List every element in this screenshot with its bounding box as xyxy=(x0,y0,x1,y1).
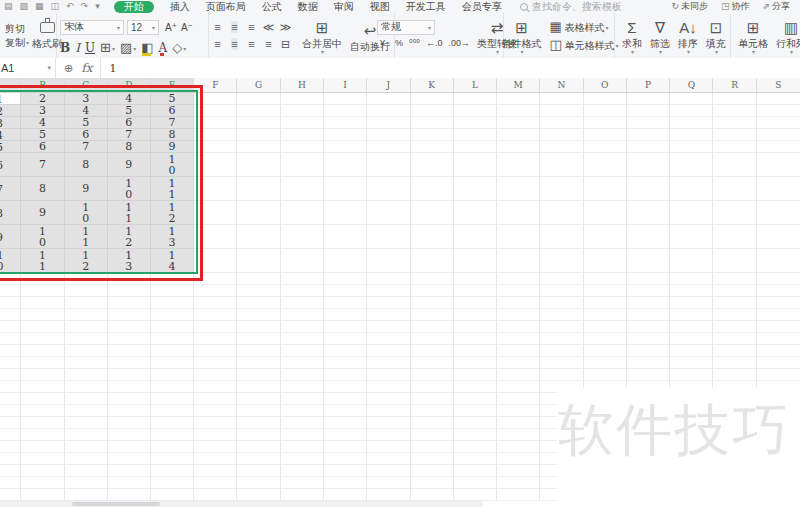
cell[interactable] xyxy=(0,405,21,417)
cell[interactable] xyxy=(584,117,627,129)
cell[interactable] xyxy=(65,405,108,417)
cell[interactable] xyxy=(281,429,324,441)
cell[interactable]: 8 xyxy=(108,141,151,153)
cell[interactable] xyxy=(194,429,237,441)
cell[interactable] xyxy=(670,105,713,117)
cell[interactable] xyxy=(497,117,540,129)
align-center-icon[interactable]: ≡ xyxy=(231,38,237,50)
cell[interactable] xyxy=(237,117,280,129)
cell[interactable] xyxy=(194,405,237,417)
cell[interactable] xyxy=(411,129,454,141)
name-box[interactable]: A1 ▾ xyxy=(0,58,56,78)
cell[interactable] xyxy=(670,153,713,177)
cell[interactable] xyxy=(627,369,670,381)
cell[interactable]: 6 xyxy=(0,153,21,177)
cell[interactable] xyxy=(411,465,454,477)
sync-status[interactable]: ↻未同步 xyxy=(671,0,708,13)
save-icon[interactable]: ▤ xyxy=(4,0,13,13)
cell[interactable] xyxy=(713,285,756,297)
cell[interactable] xyxy=(108,333,151,345)
currency-button[interactable]: ¥ xyxy=(377,38,392,48)
cell[interactable] xyxy=(411,285,454,297)
font-color-button[interactable]: A xyxy=(159,41,168,55)
cell[interactable] xyxy=(454,405,497,417)
cell[interactable]: 8 xyxy=(21,177,64,201)
cell[interactable] xyxy=(0,465,21,477)
cell[interactable] xyxy=(237,129,280,141)
cells-button[interactable]: ⊞ 单元格 xyxy=(734,16,772,55)
cell[interactable] xyxy=(151,321,194,333)
cell[interactable] xyxy=(237,393,280,405)
cell[interactable] xyxy=(713,345,756,357)
cell[interactable] xyxy=(454,117,497,129)
cell[interactable] xyxy=(0,285,21,297)
cell[interactable] xyxy=(21,429,64,441)
tab-data[interactable]: 数据 xyxy=(298,0,318,13)
cell[interactable] xyxy=(21,453,64,465)
cell[interactable] xyxy=(454,153,497,177)
cell[interactable] xyxy=(540,141,583,153)
cell[interactable] xyxy=(540,129,583,141)
grow-font-button[interactable]: A⁺ xyxy=(163,22,179,33)
cell[interactable] xyxy=(108,489,151,501)
cell[interactable] xyxy=(108,369,151,381)
cell[interactable] xyxy=(237,201,280,225)
increase-indent-icon[interactable]: ≫ xyxy=(280,21,292,34)
cell[interactable] xyxy=(0,309,21,321)
sort-button[interactable]: A↓ 排序 xyxy=(674,16,702,55)
cell[interactable] xyxy=(151,297,194,309)
cell[interactable] xyxy=(454,297,497,309)
cell[interactable] xyxy=(281,249,324,273)
bold-button[interactable]: B xyxy=(60,41,70,55)
cell[interactable] xyxy=(497,489,540,501)
cell[interactable]: 9 xyxy=(0,225,21,249)
cell[interactable] xyxy=(454,285,497,297)
align-distribute-icon[interactable]: ⊟ xyxy=(281,38,290,51)
cell[interactable] xyxy=(584,93,627,105)
cell[interactable] xyxy=(281,309,324,321)
cell[interactable] xyxy=(151,333,194,345)
cell[interactable] xyxy=(324,405,367,417)
cell[interactable] xyxy=(324,93,367,105)
cell[interactable] xyxy=(713,177,756,201)
cell[interactable] xyxy=(454,441,497,453)
cell[interactable] xyxy=(497,357,540,369)
cell[interactable] xyxy=(497,333,540,345)
cell[interactable] xyxy=(713,249,756,273)
cell[interactable] xyxy=(497,429,540,441)
font-size-select[interactable]: 12 xyxy=(127,20,159,35)
cell[interactable] xyxy=(584,225,627,249)
column-header[interactable]: E xyxy=(151,78,194,92)
cell[interactable] xyxy=(21,345,64,357)
cell[interactable] xyxy=(21,297,64,309)
cell[interactable] xyxy=(627,297,670,309)
cell[interactable] xyxy=(713,273,756,285)
cell[interactable] xyxy=(194,321,237,333)
cell[interactable] xyxy=(324,177,367,201)
cell[interactable] xyxy=(584,345,627,357)
cell[interactable] xyxy=(540,93,583,105)
cell[interactable] xyxy=(497,249,540,273)
cell[interactable] xyxy=(497,465,540,477)
cell[interactable] xyxy=(757,201,800,225)
cell[interactable] xyxy=(237,453,280,465)
cell[interactable] xyxy=(65,309,108,321)
cell[interactable] xyxy=(151,345,194,357)
cell[interactable] xyxy=(108,297,151,309)
column-header[interactable]: L xyxy=(454,78,497,92)
cell[interactable] xyxy=(65,417,108,429)
cell[interactable]: 10 xyxy=(151,153,194,177)
cell[interactable] xyxy=(0,333,21,345)
cell[interactable] xyxy=(281,129,324,141)
column-header[interactable]: N xyxy=(540,78,583,92)
cell[interactable]: 13 xyxy=(108,249,151,273)
undo-icon[interactable]: ↶ xyxy=(66,0,74,13)
cell[interactable] xyxy=(454,309,497,321)
cell[interactable] xyxy=(713,105,756,117)
cell[interactable] xyxy=(65,369,108,381)
cell[interactable] xyxy=(194,105,237,117)
cell[interactable] xyxy=(411,201,454,225)
cell[interactable] xyxy=(0,489,21,501)
cell[interactable] xyxy=(65,429,108,441)
cell[interactable]: 9 xyxy=(151,141,194,153)
